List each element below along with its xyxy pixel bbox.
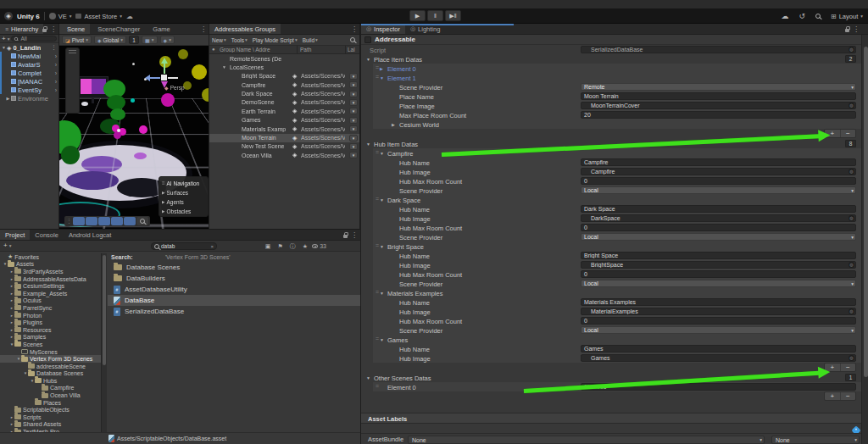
addressables-row[interactable]: RemoteScenes (De ◈ ▾	[209, 54, 359, 63]
foldout-arrow-icon[interactable]: ▼	[380, 151, 384, 156]
lock-icon[interactable]	[845, 29, 849, 32]
asset-store-menu[interactable]: Asset Store▾	[75, 13, 122, 20]
hierarchy-row[interactable]: [MANAC › ⋮	[0, 77, 58, 86]
scene-viewport[interactable]: ◆ Persp ≡ AI Navigation ▶	[59, 46, 209, 229]
addressables-row[interactable]: Bright Space ◈ Assets/Scenes/Ve ▾	[209, 72, 359, 80]
prefab-open-chevron-icon[interactable]: ›	[55, 62, 57, 68]
property-value-field[interactable]: Local	[581, 233, 856, 241]
save-search-icon[interactable]: ★	[303, 243, 308, 250]
account-menu[interactable]: VE▾	[49, 13, 72, 20]
scrollbar-thumb[interactable]	[864, 47, 868, 377]
foldout-arrow-icon[interactable]: ▼	[380, 197, 384, 203]
chevron-down-icon[interactable]: ▾	[8, 36, 10, 42]
column-path[interactable]: Path	[300, 47, 311, 53]
foldout-arrow-icon[interactable]: ▶	[162, 209, 164, 214]
chevron-down-icon[interactable]: ▾	[9, 243, 12, 248]
object-picker-icon[interactable]: ◎	[849, 103, 854, 108]
foldout-arrow-icon[interactable]: ▼	[1, 45, 7, 50]
property-value-field[interactable]: 0	[581, 177, 856, 185]
entry-options-dropdown[interactable]: ▾	[349, 99, 358, 106]
folder-tree-row[interactable]: ▼ Hubs	[0, 377, 101, 385]
foldout-arrow-icon[interactable]: ▶	[162, 200, 164, 204]
addressables-row[interactable]: DemoScene ◈ Assets/Scenes/Ve ▾	[209, 98, 359, 107]
tool-button[interactable]	[66, 74, 79, 83]
foldout-arrow-icon[interactable]: ▼	[380, 337, 384, 342]
pivot-toggle[interactable]: ◪ Pivot▾	[62, 36, 92, 44]
project-tab[interactable]: Android Logcat	[64, 230, 116, 240]
grid-snap-toggle[interactable]: ▦▾	[142, 36, 157, 44]
tree-scrollbar[interactable]	[101, 253, 107, 432]
property-value-field[interactable]: Games	[581, 354, 856, 362]
toolbar-dropdown[interactable]: New▾	[212, 37, 226, 43]
clear-search-icon[interactable]: ×	[210, 244, 214, 249]
search-by-label-icon[interactable]: ⚑	[277, 243, 282, 250]
foldout-arrow-icon[interactable]: ▼	[222, 64, 226, 69]
search-icon[interactable]	[350, 37, 355, 42]
search-result-row[interactable]: AssetDatabaseUtility	[108, 284, 360, 295]
foldout-arrow-icon[interactable]: ▼	[366, 375, 370, 380]
entry-options-dropdown[interactable]: ▾	[349, 143, 358, 150]
object-picker-icon[interactable]: ◎	[849, 308, 854, 314]
tab-hierarchy[interactable]: ≡ Hierarchy	[0, 24, 43, 34]
foldout-arrow-icon[interactable]: ▶	[380, 66, 383, 71]
drag-handle-icon[interactable]: =	[376, 149, 379, 155]
property-value-field[interactable]: Campfire	[581, 158, 856, 166]
snap-increment-toggle[interactable]: ◈▾	[160, 36, 175, 44]
search-result-row[interactable]: SerializedDataBase	[108, 306, 360, 317]
pause-button[interactable]: ‖	[427, 10, 443, 21]
overlay-drag-handle-icon[interactable]: ⋮	[66, 218, 72, 225]
foldout-arrow-icon[interactable]: ▶	[5, 96, 11, 101]
foldout-arrow-icon[interactable]: ▶	[162, 191, 164, 195]
nav-overlay-item[interactable]: ▶ Obstacles	[162, 207, 208, 216]
folder-tree-row[interactable]: ▼ Database Scenes	[0, 370, 101, 378]
property-value-field[interactable]: Materials Examples	[581, 298, 856, 306]
play-button[interactable]: ▶	[409, 10, 426, 21]
prefab-open-chevron-icon[interactable]: ›	[55, 53, 57, 59]
addressables-row[interactable]: Games ◈ Assets/Scenes/Ve ▾	[209, 116, 359, 125]
property-value-field[interactable]: MaterialExamples	[581, 308, 856, 315]
column-labels[interactable]: Lal	[348, 47, 355, 53]
foldout-arrow-icon[interactable]: ▼	[380, 291, 384, 296]
remove-element-button[interactable]: −	[841, 392, 856, 400]
hierarchy-row[interactable]: AvatarS › ⋮	[0, 60, 58, 69]
panel-menu-icon[interactable]: ⋮	[351, 231, 358, 239]
project-tab[interactable]: Project	[0, 230, 30, 240]
entry-options-dropdown[interactable]: ▾	[349, 108, 358, 114]
overlay-title[interactable]: ≡ AI Navigation	[162, 178, 208, 188]
folder-tree-row[interactable]: MyScenes	[0, 348, 101, 356]
scene-view-tab[interactable]: SceneChanger	[90, 24, 145, 34]
undo-history-icon[interactable]: ↺	[798, 12, 805, 20]
object-picker-icon[interactable]: ◎	[849, 262, 854, 268]
array-size-field[interactable]: 2	[845, 55, 856, 63]
entry-options-dropdown[interactable]: ▾	[349, 73, 358, 80]
overlay-drag-handle[interactable]	[69, 50, 76, 53]
remove-element-button[interactable]: −	[841, 364, 856, 371]
property-value-field[interactable]: Local	[581, 280, 856, 287]
property-value-field[interactable]: MoonTerrainCover	[581, 102, 856, 109]
entry-options-dropdown[interactable]: ▾	[349, 91, 358, 97]
project-search[interactable]: ×	[151, 242, 217, 250]
handle-space-toggle[interactable]: ◈ Global▾	[94, 36, 126, 44]
nav-overlay-item[interactable]: ▶ Surfaces	[162, 188, 208, 197]
addressables-row[interactable]: Materials Examp ◈ Assets/Scenes/Ve ▾	[209, 125, 359, 133]
drag-handle-icon[interactable]: =	[376, 64, 379, 70]
tool-button[interactable]	[66, 64, 79, 74]
drag-handle-icon[interactable]: =	[376, 242, 379, 248]
nav-overlay-item[interactable]: ▶ Agents	[162, 197, 208, 207]
search-result-row[interactable]: DataBuilders	[108, 273, 360, 284]
tool-button[interactable]	[66, 55, 79, 64]
foldout-arrow-icon[interactable]: ▼	[366, 142, 370, 147]
addressables-column-header[interactable]: ● Group Name \ Addre Path Lal	[209, 46, 359, 54]
folder-tree-row[interactable]: Favorites	[0, 253, 101, 261]
folder-tree-row[interactable]: Ocean Villa	[0, 391, 101, 399]
search-result-row[interactable]: Database Scenes	[108, 262, 360, 273]
search-help-icon[interactable]: ⓘ	[290, 242, 296, 251]
scene-view-tab[interactable]: Game	[145, 24, 175, 34]
hierarchy-row[interactable]: EventSy › ⋮	[0, 86, 58, 94]
property-value-field[interactable]: 20	[581, 111, 856, 119]
entry-options-dropdown[interactable]: ▾	[349, 135, 358, 142]
view-toggle-button[interactable]	[111, 217, 123, 225]
property-value-field[interactable]: Games	[581, 345, 856, 352]
search-result-row[interactable]: DataBase	[108, 295, 360, 306]
property-value-field[interactable]: Campfire	[581, 168, 856, 175]
